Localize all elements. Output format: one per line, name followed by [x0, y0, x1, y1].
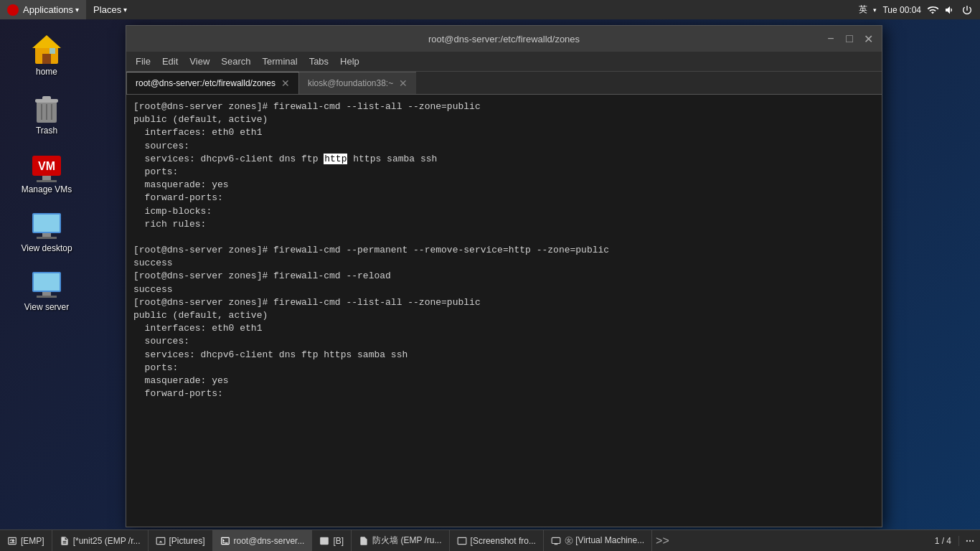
close-button[interactable]: ✕: [862, 32, 875, 45]
svg-rect-16: [42, 233, 51, 237]
svg-rect-2: [42, 54, 51, 64]
window-controls: − □ ✕: [824, 32, 875, 45]
applications-label: Applications: [23, 4, 73, 15]
terminal-output: [root@dns-server zones]# firewall-cmd --…: [133, 100, 875, 400]
taskbar-emp-label: [EMP]: [21, 536, 44, 546]
places-menu[interactable]: Places ▾: [86, 0, 134, 19]
page-number: 1 / 4: [935, 536, 951, 546]
taskbar-pictures[interactable]: [Pictures]: [149, 530, 213, 551]
taskbar-more[interactable]: >>: [652, 534, 673, 547]
terminal-menubar: File Edit View Search Terminal Tabs Help: [126, 52, 882, 72]
view-desktop-icon-container[interactable]: View desktop: [14, 205, 79, 257]
svg-text:VM: VM: [38, 160, 55, 172]
tab-dns-server[interactable]: root@dns-server:/etc/firewalld/zones ✕: [126, 72, 299, 94]
taskbar-unit25[interactable]: [*unit25 (EMP /r...: [52, 530, 149, 551]
home-icon-container[interactable]: home: [14, 29, 79, 80]
terminal-title: root@dns-server:/etc/firewalld/zones: [428, 34, 580, 44]
terminal-tabbar: root@dns-server:/etc/firewalld/zones ✕ k…: [126, 72, 882, 95]
svg-rect-20: [42, 292, 51, 296]
svg-point-24: [969, 540, 970, 541]
menu-terminal[interactable]: Terminal: [257, 52, 303, 72]
menu-view[interactable]: View: [184, 52, 215, 72]
power-icon[interactable]: [961, 4, 973, 16]
terminal-window: root@dns-server:/etc/firewalld/zones − □…: [126, 25, 882, 527]
http-highlight: http: [324, 154, 347, 164]
tab2-label: kiosk@foundation38:~: [308, 78, 393, 88]
view-desktop-icon: [29, 209, 64, 243]
datetime-display: Tue 00:04: [882, 5, 921, 15]
taskbar-page-indicator: 1 / 4: [928, 536, 958, 546]
system-tray: 英 ▾ Tue 00:04: [859, 4, 980, 16]
menu-edit[interactable]: Edit: [156, 52, 184, 72]
firewall-icon: [359, 536, 369, 546]
lang-indicator[interactable]: 英: [859, 4, 867, 16]
redhat-icon: [7, 4, 19, 16]
taskbar-pictures-label: [Pictures]: [169, 536, 205, 546]
menu-search[interactable]: Search: [215, 52, 256, 72]
taskbar-virtual[interactable]: ㊛ [Virtual Machine...: [544, 530, 652, 551]
pictures-icon: [156, 536, 166, 546]
taskbar-b[interactable]: [B]: [312, 530, 352, 551]
home-label: home: [36, 67, 57, 77]
svg-point-23: [966, 540, 967, 541]
trash-label: Trash: [36, 126, 57, 136]
view-server-label: View server: [24, 302, 69, 312]
manage-vms-icon-container[interactable]: VM Manage VMs: [14, 146, 79, 198]
trash-icon-container[interactable]: Trash: [14, 88, 79, 139]
screenshot-icon: [457, 536, 467, 546]
svg-rect-3: [50, 48, 55, 54]
terminal-icon: [7, 536, 17, 546]
volume-icon[interactable]: [944, 4, 956, 16]
svg-point-25: [971, 540, 973, 541]
taskbar-emp[interactable]: [EMP]: [0, 530, 52, 551]
chevron-down-icon: ▾: [873, 6, 877, 14]
manage-vms-label: Manage VMs: [22, 184, 72, 194]
applications-arrow: ▾: [75, 6, 79, 14]
svg-rect-21: [37, 296, 57, 298]
menu-file[interactable]: File: [130, 52, 156, 72]
taskbar-b-label: [B]: [333, 536, 344, 546]
more-dots: >>: [656, 534, 669, 547]
view-server-icon: [29, 268, 64, 302]
tab1-label: root@dns-server:/etc/firewalld/zones: [136, 78, 275, 88]
b-terminal-icon: [319, 536, 329, 546]
taskbar-virtual-label: ㊛ [Virtual Machine...: [565, 534, 644, 547]
trash-icon: [29, 91, 64, 126]
tab1-close-icon[interactable]: ✕: [281, 77, 290, 89]
desktop-icons: home Trash VM Manage VMs: [14, 29, 79, 316]
places-label: Places: [93, 4, 121, 15]
top-menubar: Applications ▾ Places ▾ 英 ▾ Tue 00:04: [0, 0, 980, 19]
minimize-button[interactable]: −: [824, 32, 837, 45]
svg-rect-22: [552, 537, 560, 543]
svg-marker-1: [32, 35, 61, 48]
dots-icon: [965, 536, 975, 546]
desktop: Applications ▾ Places ▾ 英 ▾ Tue 00:04: [0, 0, 980, 551]
terminal2-icon: [220, 536, 230, 546]
taskbar-screenshot-label: [Screenshot fro...: [471, 536, 536, 546]
view-server-icon-container[interactable]: View server: [14, 264, 79, 316]
taskbar-screenshot[interactable]: [Screenshot fro...: [450, 530, 544, 551]
taskbar-firewall[interactable]: 防火墙 (EMP /ru...: [352, 530, 449, 551]
wifi-icon[interactable]: [927, 4, 938, 16]
maximize-button[interactable]: □: [843, 32, 856, 45]
taskbar-root-dns[interactable]: root@dns-server...: [213, 530, 313, 551]
taskbar-firewall-label: 防火墙 (EMP /ru...: [372, 534, 441, 547]
svg-rect-17: [37, 237, 57, 239]
taskbar-root-dns-label: root@dns-server...: [234, 536, 305, 546]
vm-icon: VM: [29, 150, 64, 184]
taskbar-settings[interactable]: [958, 536, 980, 546]
places-arrow: ▾: [123, 6, 127, 14]
terminal-titlebar: root@dns-server:/etc/firewalld/zones − □…: [126, 26, 882, 52]
tab-foundation[interactable]: kiosk@foundation38:~ ✕: [299, 72, 416, 94]
taskbar-unit25-label: [*unit25 (EMP /r...: [73, 536, 141, 546]
menu-help[interactable]: Help: [334, 52, 365, 72]
view-desktop-label: View desktop: [21, 243, 72, 253]
svg-rect-13: [37, 180, 57, 182]
terminal-content[interactable]: [root@dns-server zones]# firewall-cmd --…: [126, 95, 882, 527]
menu-tabs[interactable]: Tabs: [303, 52, 334, 72]
applications-menu[interactable]: Applications ▾: [0, 0, 86, 19]
tab2-close-icon[interactable]: ✕: [399, 77, 407, 89]
vm2-icon: [551, 536, 561, 546]
taskbar: [EMP] [*unit25 (EMP /r... [Pictures] roo…: [0, 529, 980, 551]
svg-rect-15: [34, 215, 60, 232]
